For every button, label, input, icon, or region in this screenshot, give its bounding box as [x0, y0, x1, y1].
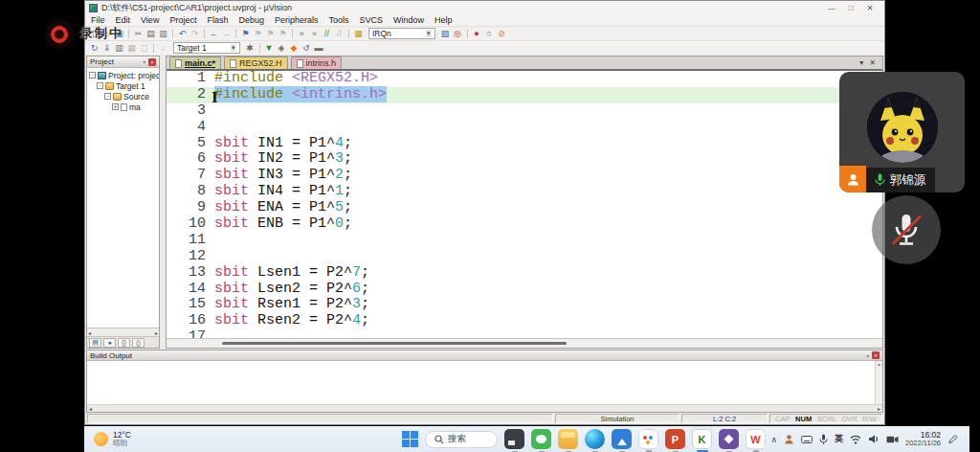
target-options-icon[interactable]: ✱: [244, 42, 256, 55]
code-line[interactable]: 4: [167, 120, 882, 136]
refresh-icon[interactable]: ↺: [301, 42, 313, 55]
app-purple[interactable]: [719, 429, 739, 449]
taskbar-search[interactable]: 搜索: [425, 431, 498, 448]
close-button[interactable]: ✕: [865, 4, 875, 12]
app-file-explorer[interactable]: [558, 429, 578, 449]
code-line[interactable]: 10sbit ENB = P1^0;: [167, 216, 882, 233]
app-color-dots[interactable]: [638, 429, 658, 449]
bookmark-next-icon[interactable]: ⚑: [264, 28, 277, 40]
bookmark-clear-icon[interactable]: ⚑: [277, 28, 289, 40]
pin-icon[interactable]: ▪: [867, 352, 869, 359]
tree-expander-icon[interactable]: -: [97, 82, 103, 89]
scroll-up-icon[interactable]: ▴: [878, 361, 880, 367]
bookmark-prev-icon[interactable]: ⚑: [252, 28, 264, 40]
tray-keyboard-icon[interactable]: [801, 435, 813, 444]
code-line[interactable]: 6sbit IN2 = P1^3;: [167, 151, 882, 168]
start-button[interactable]: [402, 431, 418, 447]
tree-project-root[interactable]: - Project: projec: [87, 70, 159, 80]
tray-mic-icon[interactable]: [819, 434, 828, 445]
stop-build-icon[interactable]: ◻: [138, 42, 150, 55]
tree-main-c[interactable]: + ma: [87, 102, 159, 112]
code-line[interactable]: 3: [167, 103, 882, 120]
tab-close-icon[interactable]: ✕: [869, 58, 876, 67]
camera-icon[interactable]: [886, 435, 899, 444]
maximize-button[interactable]: □: [846, 4, 856, 12]
scroll-left-icon[interactable]: ◂: [89, 405, 92, 412]
scroll-right-icon[interactable]: ▸: [878, 405, 880, 412]
nav-back-icon[interactable]: ←: [208, 28, 220, 40]
uncomment-icon[interactable]: //: [333, 28, 345, 40]
editor-hscrollbar[interactable]: [167, 338, 882, 348]
tree-expander-icon[interactable]: -: [104, 93, 111, 100]
code-line[interactable]: 5sbit IN1 = P1^4;: [167, 136, 882, 152]
pen-notification-icon[interactable]: [947, 434, 958, 444]
breakpoint-icon[interactable]: ●: [471, 28, 483, 40]
menu-item[interactable]: Help: [434, 15, 453, 25]
scroll-left-icon[interactable]: ◂: [88, 329, 91, 336]
volume-icon[interactable]: [868, 434, 880, 444]
ime-language-indicator[interactable]: 英: [835, 433, 843, 445]
app-system-dark[interactable]: [504, 429, 524, 449]
unindent-icon[interactable]: «: [296, 28, 308, 40]
code-line[interactable]: 8sbit IN4 = P1^1;: [167, 184, 882, 200]
app-wps[interactable]: W: [746, 429, 766, 449]
code-line[interactable]: 17: [167, 329, 882, 338]
translate-icon[interactable]: ↻: [88, 42, 100, 55]
app-powerpoint[interactable]: P: [665, 429, 685, 449]
templates-tab-icon[interactable]: (): [132, 338, 145, 348]
code-line[interactable]: 12: [167, 249, 882, 265]
cut-icon[interactable]: ✂: [132, 28, 145, 40]
indent-icon[interactable]: »: [308, 28, 321, 40]
download-icon[interactable]: ↓: [157, 42, 169, 55]
menu-item[interactable]: Debug: [238, 15, 264, 25]
breakpoint-kill-icon[interactable]: ⊘: [496, 28, 508, 40]
tray-person-icon[interactable]: [784, 434, 794, 444]
code-line[interactable]: 11: [167, 233, 882, 249]
app-wechat[interactable]: [531, 429, 551, 449]
bookmark-toggle-icon[interactable]: ⚑: [239, 28, 252, 40]
tree-expander-icon[interactable]: +: [112, 103, 119, 110]
pack-installer-icon[interactable]: ◈: [276, 42, 288, 55]
tree-target-1[interactable]: - Target 1: [87, 80, 159, 91]
code-line[interactable]: 16sbit Rsen2 = P2^4;: [167, 313, 882, 329]
tab-regx52-h[interactable]: REGX52.H: [224, 56, 288, 69]
app-edge[interactable]: [585, 429, 605, 449]
manage-components-icon[interactable]: ▬: [313, 42, 325, 55]
pin-icon[interactable]: ▪: [144, 58, 145, 65]
irq-combo[interactable]: IRQn ▾: [368, 28, 435, 39]
panel-close-icon[interactable]: ×: [872, 351, 880, 359]
app-keil-uvision[interactable]: K: [692, 429, 712, 449]
functions-tab-icon[interactable]: {}: [118, 338, 130, 348]
menu-item[interactable]: Edit: [116, 15, 131, 25]
menu-item[interactable]: SVCS: [360, 15, 384, 25]
app-photos-blue[interactable]: [612, 429, 632, 449]
manage-rte-icon[interactable]: ◆: [288, 42, 301, 55]
configure-icon[interactable]: ▧: [439, 28, 452, 40]
code-line[interactable]: 13sbit Lsen1 = P2^7;: [167, 265, 882, 282]
tray-chevron-icon[interactable]: ∧: [770, 435, 777, 444]
chevron-down-icon[interactable]: ▾: [231, 44, 236, 52]
mic-muted-button[interactable]: [872, 195, 941, 264]
weather-widget[interactable]: 12°C 晴朗: [84, 431, 131, 447]
project-tab-icon[interactable]: ▤: [89, 338, 101, 348]
code-line[interactable]: 7sbit IN3 = P1^2;: [167, 168, 882, 184]
code-line[interactable]: 14sbit Lsen2 = P2^6;: [167, 282, 882, 298]
scroll-right-icon[interactable]: ▸: [155, 329, 158, 336]
title-bar[interactable]: D:\软件\C51-project\CAR1\project.uvproj - …: [85, 1, 884, 14]
tab-main-c[interactable]: main.c*: [169, 56, 221, 69]
copy-icon[interactable]: ▤: [145, 28, 157, 40]
wifi-icon[interactable]: [850, 435, 861, 444]
breakpoint-disable-icon[interactable]: ○: [483, 28, 496, 40]
books-tab-icon[interactable]: ●: [103, 338, 116, 348]
breakpoints-window-icon[interactable]: ▦: [352, 28, 365, 40]
undo-icon[interactable]: ↶: [176, 28, 189, 40]
minimize-button[interactable]: —: [827, 4, 836, 12]
menu-item[interactable]: View: [141, 15, 159, 25]
menu-item[interactable]: Flash: [207, 15, 228, 25]
menu-item[interactable]: Tools: [328, 15, 348, 25]
code-line[interactable]: 2#include <intrins.h>: [167, 87, 882, 103]
nav-forward-icon[interactable]: →: [220, 28, 233, 40]
code-line[interactable]: 9sbit ENA = P1^5;: [167, 200, 882, 216]
tree-source-group[interactable]: - Source: [87, 91, 159, 102]
rebuild-icon[interactable]: ▥: [113, 42, 125, 55]
